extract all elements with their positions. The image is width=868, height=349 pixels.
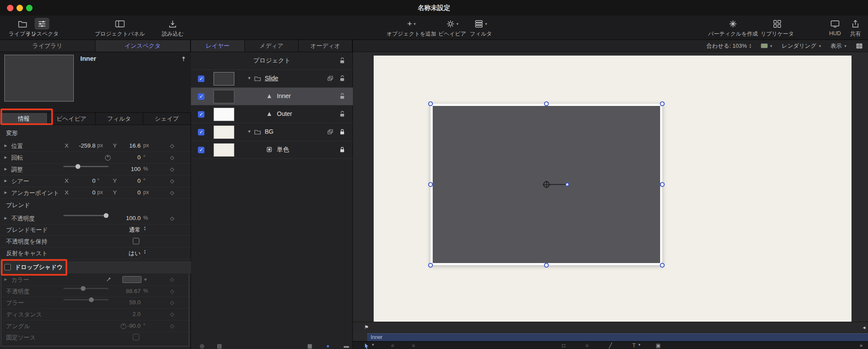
add-object-button[interactable]: + ▾ オブジェクトを追加 [387, 18, 437, 38]
layer-row-slide[interactable]: ✓ ▼ Slide [191, 70, 353, 88]
filters-button[interactable]: ▾ フィルタ [470, 18, 492, 38]
layer-row-project[interactable]: プロジェクト [191, 52, 353, 70]
chevron-down-icon[interactable]: ▾ [770, 44, 773, 48]
disclosure-icon[interactable]: ▶ [4, 191, 7, 194]
line-tool-icon[interactable]: ╱ [609, 342, 612, 349]
chevron-down-icon[interactable]: ▾ [819, 44, 821, 48]
x-value[interactable]: 0 [67, 189, 95, 196]
hud-button[interactable]: HUD [828, 18, 842, 36]
shadow-blur-value[interactable]: 59.0 [104, 299, 141, 306]
grid-icon[interactable] [856, 43, 863, 49]
view-control[interactable]: 表示 [830, 42, 842, 50]
keyframe-diamond-icon[interactable]: ◇ [170, 178, 174, 184]
pan-tool-icon[interactable]: ○ [412, 342, 415, 349]
layer-checkbox[interactable]: ✓ [198, 111, 204, 118]
stepper-icon[interactable]: ▴ ▾ [144, 226, 146, 231]
canvas-color-swatch[interactable] [761, 43, 768, 48]
cast-reflection-value[interactable]: はい [104, 250, 141, 257]
selection-handle-bottom-right[interactable] [660, 263, 665, 268]
layer-name[interactable]: BG [265, 128, 273, 135]
y-value[interactable]: 0 [115, 178, 141, 184]
duplicate-icon[interactable] [327, 129, 333, 135]
y-value[interactable]: 16.6 [115, 142, 141, 149]
layer-checkbox[interactable]: ✓ [198, 76, 204, 82]
layer-row-solid[interactable]: ✓ 単色 [191, 141, 353, 159]
disclosure-open-icon[interactable]: ▼ [247, 129, 251, 134]
disclosure-icon[interactable]: ▶ [4, 167, 7, 171]
selection-handle-top-left[interactable] [428, 102, 433, 106]
tab-audio[interactable]: オーディオ [299, 40, 352, 52]
edit-tool-icon[interactable]: ○ [391, 342, 394, 349]
out-point-marker-icon[interactable]: ◄ [862, 325, 866, 330]
layer-row-inner[interactable]: ✓ Inner [191, 88, 353, 105]
stepper-icon[interactable]: ▴ ▾ [144, 249, 146, 254]
keyframe-diamond-icon[interactable]: ◇ [170, 215, 174, 221]
shadow-color-swatch[interactable] [122, 276, 141, 283]
layer-row-bg[interactable]: ✓ ▼ BG [191, 123, 353, 141]
keyframe-diamond-icon[interactable]: ◇ [170, 155, 174, 161]
lock-closed-icon[interactable] [339, 128, 345, 135]
slider-thumb[interactable] [76, 164, 80, 169]
chevron-down-icon[interactable]: ▾ [144, 276, 147, 283]
lock-open-icon[interactable] [339, 75, 345, 82]
import-button[interactable]: 読み込む [162, 18, 184, 38]
lock-open-icon[interactable] [339, 93, 345, 99]
disclosure-icon[interactable]: ▶ [4, 144, 7, 148]
tab-shape[interactable]: シェイプ [143, 113, 191, 125]
duplicate-icon[interactable] [327, 76, 333, 82]
shadow-opacity-slider[interactable] [63, 288, 108, 289]
inspector-button[interactable]: インスペクタ [26, 18, 59, 38]
shadow-opacity-value[interactable]: 88.67 [104, 288, 141, 294]
y-value[interactable]: 0 [115, 189, 141, 196]
layer-checkbox[interactable]: ✓ [198, 129, 204, 135]
tab-library[interactable]: ライブラリ [0, 40, 95, 52]
more-tools-icon[interactable]: » [860, 342, 863, 349]
timeline-clip-inner[interactable]: Inner [367, 333, 868, 341]
keyframe-diamond-icon[interactable]: ◇ [170, 288, 174, 294]
layer-name[interactable]: Outer [277, 110, 292, 117]
shadow-distance-value[interactable]: 2.0 [104, 311, 141, 317]
keyframe-diamond-icon[interactable]: ◇ [170, 143, 174, 149]
media-icon[interactable]: ▤ [217, 343, 222, 349]
keyframe-diamond-icon[interactable]: ◇ [170, 323, 174, 329]
selection-handle-middle-right[interactable] [660, 182, 665, 187]
layer-name[interactable]: Inner [277, 92, 291, 99]
opacity-value[interactable]: 100.0 [104, 215, 141, 221]
selection-handle-bottom-center[interactable] [544, 263, 549, 268]
tab-layers[interactable]: レイヤー [191, 40, 245, 52]
tab-inspector[interactable]: インスペクタ [95, 40, 191, 52]
chevron-down-icon[interactable]: ▾ [844, 44, 846, 48]
scale-slider[interactable] [63, 166, 108, 167]
filter-bar-icon[interactable]: ▬ [344, 343, 349, 349]
disclosure-icon[interactable]: ▶ [4, 277, 7, 281]
tab-media[interactable]: メディア [245, 40, 299, 52]
disclosure-icon[interactable]: ▶ [4, 179, 7, 183]
search-icon[interactable]: ◎ [200, 343, 204, 349]
share-button[interactable]: 共有 [849, 18, 862, 38]
rect-tool-icon[interactable]: □ [562, 342, 565, 349]
chevron-down-icon[interactable]: ▾ [372, 342, 374, 347]
text-tool-icon[interactable]: T [632, 342, 635, 349]
chevron-down-icon[interactable]: ▾ [638, 342, 641, 347]
slider-thumb[interactable] [81, 286, 85, 291]
status-dot-icon[interactable]: ● [326, 343, 329, 349]
zoom-control[interactable]: 合わせる: 103% [707, 42, 747, 50]
keyframe-diamond-icon[interactable]: ◇ [170, 277, 174, 283]
lock-closed-icon[interactable] [339, 146, 345, 153]
disclosure-open-icon[interactable]: ▼ [247, 76, 251, 80]
blend-mode-value[interactable]: 通常 [104, 226, 141, 234]
rendering-control[interactable]: レンダリング [782, 42, 816, 50]
selection-handle-middle-left[interactable] [428, 182, 433, 187]
selection-handle-top-right[interactable] [660, 102, 665, 106]
anchor-handle[interactable] [566, 183, 569, 187]
crop-tool-icon[interactable]: ▣ [656, 342, 661, 349]
shadow-angle-value[interactable]: -90.0 [104, 323, 141, 329]
lock-open-icon[interactable] [339, 111, 345, 117]
select-tool-icon[interactable] [364, 343, 369, 349]
rotation-value[interactable]: 0 [104, 154, 141, 161]
shadow-blur-slider[interactable] [63, 299, 108, 300]
layer-row-outer[interactable]: ✓ Outer [191, 105, 353, 123]
eyedropper-icon[interactable] [106, 276, 112, 282]
layer-name[interactable]: 単色 [277, 146, 289, 154]
stepper-icon[interactable]: ▴ ▾ [750, 43, 751, 49]
